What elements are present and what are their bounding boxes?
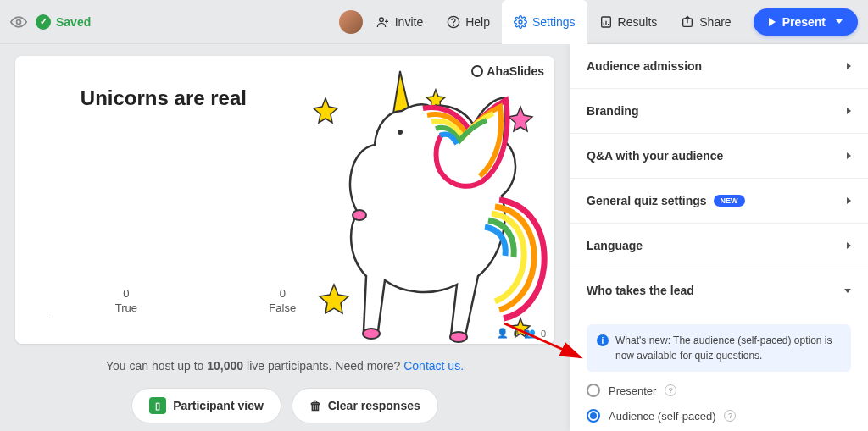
section-language[interactable]: Language xyxy=(570,224,868,268)
caret-down-icon xyxy=(836,19,843,24)
canvas-area: AhaSlides Unicorns are real xyxy=(0,44,570,431)
results-label: Results xyxy=(618,15,658,29)
new-badge: NEW xyxy=(714,195,745,207)
slide-footer: 👤0 👥0 xyxy=(497,328,546,339)
check-icon: ✓ xyxy=(36,14,51,30)
svg-point-4 xyxy=(519,20,522,24)
bar-false-value: 0 xyxy=(280,287,286,300)
radio-label: Audience (self-paced) xyxy=(609,410,715,423)
host-pre: You can host up to xyxy=(106,359,207,373)
help-button[interactable]: Help xyxy=(435,7,502,37)
gear-icon xyxy=(514,15,527,29)
help-icon xyxy=(447,15,460,29)
host-bold: 10,000 xyxy=(207,359,243,373)
topbar: ✓ Saved Invite Help Settings xyxy=(0,0,868,44)
section-general-quiz[interactable]: General quiz settings NEW xyxy=(570,179,868,224)
info-text: What's new: The audience (self-paced) op… xyxy=(615,333,841,363)
bar-true: 0 True xyxy=(115,287,137,314)
settings-tab[interactable]: Settings xyxy=(502,0,587,44)
section-audience-admission[interactable]: Audience admission xyxy=(570,44,868,89)
radio-label: Presenter xyxy=(609,384,656,397)
svg-point-3 xyxy=(453,25,454,25)
main-area: AhaSlides Unicorns are real xyxy=(0,44,868,431)
bar-false-label: False xyxy=(269,301,296,314)
radio-icon xyxy=(587,409,600,423)
svg-point-9 xyxy=(450,332,467,342)
settings-label: Settings xyxy=(532,15,576,29)
radio-icon xyxy=(587,384,600,397)
svg-point-7 xyxy=(398,130,403,135)
response-icon: 👥 xyxy=(524,328,536,339)
info-icon: i xyxy=(597,334,609,346)
results-icon xyxy=(599,15,613,29)
user-plus-icon xyxy=(376,15,390,29)
chevron-right-icon xyxy=(847,108,851,114)
slide-title: Unicorns are real xyxy=(15,86,312,110)
play-icon xyxy=(769,18,776,26)
section-title: Q&A with your audience xyxy=(587,149,723,163)
clear-responses-label: Clear responses xyxy=(328,399,420,412)
section-branding[interactable]: Branding xyxy=(570,89,868,134)
chevron-right-icon xyxy=(847,152,851,159)
bar-true-label: True xyxy=(115,301,137,314)
invite-button[interactable]: Invite xyxy=(364,7,435,37)
bar-chart: 0 True 0 False xyxy=(49,287,362,318)
saved-status: ✓ Saved xyxy=(36,14,91,30)
svg-point-10 xyxy=(353,210,366,220)
chevron-right-icon xyxy=(847,197,851,204)
who-takes-lead-content: i What's new: The audience (self-paced) … xyxy=(570,312,868,431)
action-row: ▯ Participant view 🗑 Clear responses xyxy=(131,388,438,423)
share-tab[interactable]: Share xyxy=(669,7,743,37)
topbar-right: Invite Help Settings Results Share xyxy=(339,0,858,44)
svg-point-1 xyxy=(379,18,383,22)
section-title: Audience admission xyxy=(587,59,702,73)
settings-panel: Audience admission Branding Q&A with you… xyxy=(570,44,868,431)
section-title: Branding xyxy=(587,104,638,118)
contact-link[interactable]: Contact us. xyxy=(403,359,464,373)
radio-audience[interactable]: Audience (self-paced) ? xyxy=(587,409,851,423)
saved-label: Saved xyxy=(56,15,91,29)
clear-responses-button[interactable]: 🗑 Clear responses xyxy=(292,388,438,423)
present-button[interactable]: Present xyxy=(754,8,858,36)
help-icon[interactable]: ? xyxy=(724,410,736,422)
svg-point-0 xyxy=(17,19,21,24)
avatar[interactable] xyxy=(339,10,363,34)
response-count: 0 xyxy=(541,329,546,339)
section-title: Who takes the lead xyxy=(587,284,694,297)
present-label: Present xyxy=(782,15,826,29)
section-title: Language xyxy=(587,239,643,252)
preview-eye-icon[interactable] xyxy=(10,14,27,30)
slide-card[interactable]: AhaSlides Unicorns are real xyxy=(15,56,554,344)
section-qa[interactable]: Q&A with your audience xyxy=(570,134,868,179)
section-title: General quiz settings NEW xyxy=(587,194,745,207)
results-tab[interactable]: Results xyxy=(587,7,670,37)
chevron-right-icon xyxy=(847,63,851,69)
section-who-takes-lead[interactable]: Who takes the lead xyxy=(570,268,868,312)
host-post: live participants. Need more? xyxy=(243,359,403,373)
invite-label: Invite xyxy=(395,15,423,29)
section-title-text: General quiz settings xyxy=(587,194,707,207)
person-icon: 👤 xyxy=(497,328,509,339)
person-count: 0 xyxy=(514,329,519,339)
info-box: i What's new: The audience (self-paced) … xyxy=(587,324,851,372)
bar-false: 0 False xyxy=(269,287,296,314)
chevron-right-icon xyxy=(847,242,851,249)
participant-view-button[interactable]: ▯ Participant view xyxy=(131,388,281,423)
trash-icon: 🗑 xyxy=(309,399,321,412)
phone-icon: ▯ xyxy=(149,397,166,414)
host-info: You can host up to 10,000 live participa… xyxy=(106,359,464,373)
help-label: Help xyxy=(465,15,490,29)
share-label: Share xyxy=(699,15,731,29)
svg-point-8 xyxy=(363,329,380,339)
participant-view-label: Participant view xyxy=(173,399,264,412)
share-icon xyxy=(681,15,694,29)
topbar-left: ✓ Saved xyxy=(10,14,91,30)
bar-true-value: 0 xyxy=(123,287,129,300)
chevron-down-icon xyxy=(844,289,851,293)
help-icon[interactable]: ? xyxy=(665,384,676,396)
radio-presenter[interactable]: Presenter ? xyxy=(587,384,851,397)
